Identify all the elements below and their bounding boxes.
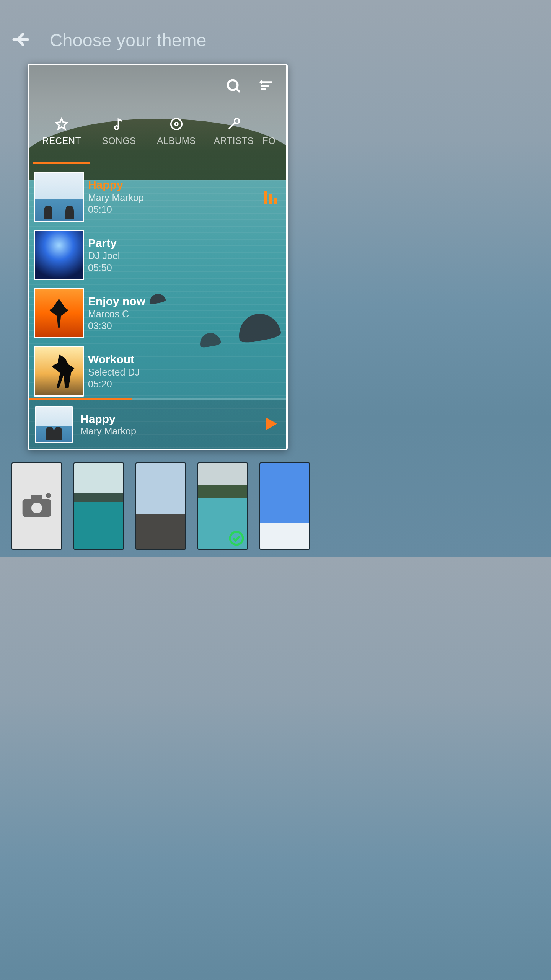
search-icon[interactable]: [225, 77, 242, 96]
track-artist: DJ Joel: [88, 250, 120, 261]
svg-point-3: [175, 122, 178, 126]
disc-icon: [148, 115, 205, 133]
track-artist: Selected DJ: [88, 367, 140, 378]
theme-preview: RECENT SONGS ALBUMS ARTISTS: [28, 64, 288, 450]
track-title: Workout: [88, 353, 140, 366]
now-playing-bar[interactable]: Happy Mary Markop: [29, 400, 286, 449]
music-note-icon: [90, 115, 148, 133]
theme-thumbnail[interactable]: [259, 462, 310, 550]
track-title: Happy: [88, 178, 144, 191]
track-duration: 05:50: [88, 262, 120, 273]
track-row[interactable]: Enjoy now Marcos C 03:30: [34, 284, 282, 342]
theme-thumbnail-strip: [11, 462, 310, 550]
tab-folders-partial[interactable]: FO: [262, 115, 282, 146]
theme-thumbnail[interactable]: [73, 462, 124, 550]
tab-indicator: [33, 162, 90, 164]
track-title: Enjoy now: [88, 295, 145, 308]
microphone-icon: [205, 115, 262, 133]
svg-rect-6: [31, 495, 42, 500]
add-theme-button[interactable]: [11, 462, 62, 550]
track-row[interactable]: Happy Mary Markop 05:10: [34, 168, 282, 226]
track-cover: [34, 346, 84, 397]
track-row[interactable]: Workout Selected DJ 05:20: [34, 342, 282, 400]
back-icon[interactable]: [11, 30, 30, 50]
tab-songs[interactable]: SONGS: [90, 115, 148, 146]
checkmark-icon: [229, 531, 244, 546]
track-cover: [34, 230, 84, 280]
track-duration: 05:10: [88, 204, 144, 215]
track-artist: Mary Markop: [88, 192, 144, 203]
equalizer-icon: [264, 190, 277, 204]
svg-point-4: [235, 119, 240, 124]
progress-bar[interactable]: [29, 398, 286, 400]
now-playing-cover: [35, 406, 73, 443]
star-icon: [33, 115, 90, 133]
tab-artists[interactable]: ARTISTS: [205, 115, 262, 146]
track-duration: 05:20: [88, 379, 140, 390]
track-row[interactable]: Party DJ Joel 05:50: [34, 226, 282, 284]
theme-thumbnail[interactable]: [197, 462, 248, 550]
svg-point-2: [171, 119, 182, 130]
progress-fill: [29, 398, 132, 400]
track-title: Party: [88, 237, 120, 250]
play-icon[interactable]: [262, 415, 280, 434]
track-duration: 03:30: [88, 320, 145, 332]
svg-point-0: [228, 80, 238, 90]
sort-icon[interactable]: [258, 77, 275, 96]
tab-albums[interactable]: ALBUMS: [148, 115, 205, 146]
page-title: Choose your theme: [50, 30, 207, 51]
svg-point-7: [31, 503, 42, 513]
track-cover: [34, 288, 84, 338]
track-list: Happy Mary Markop 05:10 Party DJ Joel 05…: [34, 168, 282, 400]
track-artist: Marcos C: [88, 309, 145, 320]
tab-recent[interactable]: RECENT: [33, 115, 90, 146]
camera-add-icon: [20, 492, 53, 520]
track-cover: [34, 172, 84, 222]
theme-thumbnail[interactable]: [135, 462, 186, 550]
tab-bar: RECENT SONGS ALBUMS ARTISTS: [29, 115, 286, 146]
now-playing-artist: Mary Markop: [80, 426, 136, 437]
now-playing-title: Happy: [80, 413, 136, 426]
